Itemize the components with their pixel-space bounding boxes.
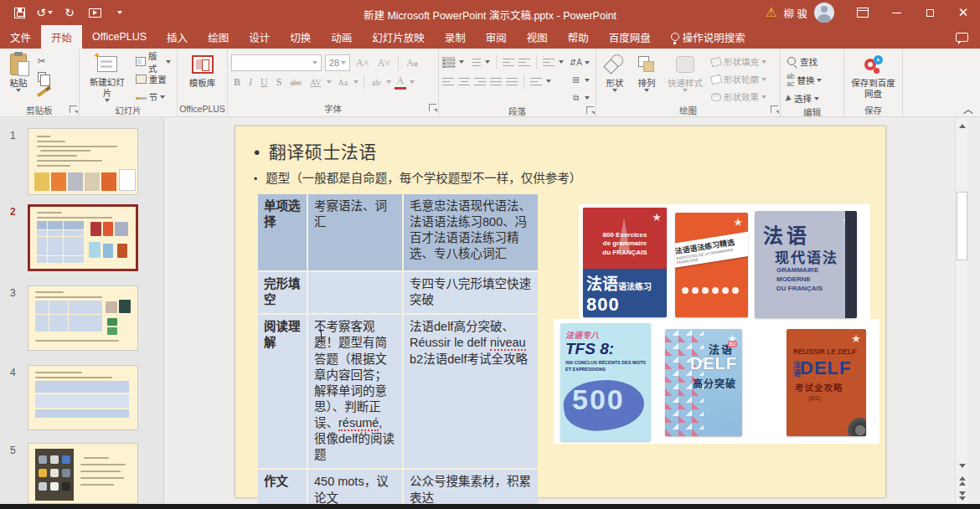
table-cell[interactable]: 450 mots，议论文 <box>308 470 402 509</box>
table-cell[interactable]: 考察语法、词汇 <box>308 194 402 270</box>
text-direction-button[interactable]: ⇵A <box>567 55 592 69</box>
next-slide-button[interactable] <box>957 490 967 502</box>
scroll-up-button[interactable] <box>957 120 967 132</box>
clear-formatting-icon[interactable]: A𝄪 <box>404 57 420 69</box>
convert-smartart-button[interactable]: ⧉ <box>567 90 592 105</box>
slide-thumbnail-3[interactable]: 3 <box>28 285 138 351</box>
tab-file[interactable]: 文件 <box>0 25 41 49</box>
font-name-combo[interactable] <box>231 54 322 71</box>
table-cell[interactable]: 完形填空 <box>258 272 307 313</box>
line-spacing-icon[interactable] <box>543 57 554 68</box>
save-to-baidu-netdisk-button[interactable]: 保存到百度网盘 <box>846 52 901 104</box>
previous-slide-button[interactable] <box>957 475 967 487</box>
restore-button[interactable] <box>913 0 946 25</box>
cut-icon[interactable]: ✂ <box>35 54 48 67</box>
book-cover-grammaire-moderne[interactable]: ★ 法语 现代语法 GRAMMAIREMODERNEDU FRANÇAIS <box>755 211 857 318</box>
numbering-button[interactable] <box>468 57 481 68</box>
quick-styles-button[interactable]: 快速样式 <box>663 52 707 104</box>
dialog-launcher-icon[interactable] <box>70 105 77 113</box>
slide-subtitle[interactable]: •题型（一般都是自命题，每个学校题型不一样，仅供参考） <box>254 168 581 186</box>
tab-officeplus[interactable]: OfficePLUS <box>82 25 157 49</box>
book-cover-jingxuan[interactable]: ★ 法语语法练习精选 EXERCICES DE LA GRAMMAIRE FRA… <box>675 213 748 317</box>
tab-animations[interactable]: 动画 <box>321 25 362 49</box>
redo-icon[interactable]: ↻ <box>62 5 77 20</box>
tab-draw[interactable]: 绘图 <box>198 25 239 49</box>
tab-help[interactable]: 帮助 <box>558 25 599 49</box>
tell-me-search[interactable]: 操作说明搜索 <box>661 25 756 49</box>
decrease-indent-icon[interactable] <box>503 57 514 68</box>
shape-outline-button[interactable]: 形状轮廓 <box>709 72 769 86</box>
distribute-button[interactable] <box>506 76 518 87</box>
close-button[interactable]: ✕ <box>946 0 980 25</box>
arrange-button[interactable]: 排列 <box>632 52 662 104</box>
start-slideshow-icon[interactable] <box>87 5 102 20</box>
comments-icon[interactable] <box>956 33 968 42</box>
justify-button[interactable] <box>490 76 502 87</box>
table-cell[interactable]: 专四专八完形填空快速突破 <box>404 272 538 313</box>
character-spacing-button[interactable]: AV <box>307 78 323 87</box>
table-cell[interactable]: 法语delf高分突破、Réussir le delf niveau b2法语de… <box>404 315 538 468</box>
layout-button[interactable]: 版式 <box>133 54 173 69</box>
grow-font-icon[interactable]: A˄ <box>353 57 371 69</box>
shapes-button[interactable]: 形状 <box>600 52 630 104</box>
highlight-button[interactable]: ab̷ <box>369 78 382 87</box>
tab-slideshow[interactable]: 幻灯片放映 <box>362 25 435 49</box>
tab-review[interactable]: 审阅 <box>476 25 517 49</box>
increase-indent-icon[interactable] <box>518 57 530 68</box>
shape-effects-button[interactable]: 形状效果 <box>709 90 769 104</box>
table-cell[interactable]: 毛意忠法语现代语法、法语语法练习800、冯百才法语语法练习精选、专八核心词汇 <box>404 194 538 270</box>
replace-button[interactable]: abac替换 <box>784 73 824 87</box>
underline-button[interactable]: U <box>258 76 271 89</box>
align-left-button[interactable] <box>442 76 454 87</box>
format-painter-icon[interactable] <box>35 86 48 99</box>
book-cover-tfs8-500[interactable]: 法语专八 TFS 8: 500 CONCLUS RÉCENTS DES MOTS… <box>560 323 651 441</box>
tab-home[interactable]: 开始 <box>41 25 82 49</box>
select-button[interactable]: 选择 <box>784 91 824 105</box>
tab-view[interactable]: 视图 <box>517 25 558 49</box>
slide-thumbnail-5[interactable]: 5 <box>28 443 138 504</box>
tab-baidu-netdisk[interactable]: 百度网盘 <box>599 25 661 49</box>
italic-button[interactable]: I <box>246 76 255 89</box>
minimize-button[interactable] <box>879 0 913 25</box>
align-text-button[interactable]: ⊞ <box>567 73 592 87</box>
scroll-down-button[interactable] <box>957 460 967 472</box>
avatar[interactable] <box>814 3 834 23</box>
slide-thumbnail-1[interactable]: 1 <box>28 128 138 195</box>
undo-icon[interactable]: ↺ <box>37 5 52 20</box>
tab-design[interactable]: 设计 <box>239 25 280 49</box>
ribbon-display-options-button[interactable] <box>846 0 879 25</box>
slide-thumbnail-4[interactable]: 4 <box>28 365 138 430</box>
bold-button[interactable]: B <box>231 76 243 89</box>
slide-title[interactable]: •翻译硕士法语 <box>254 138 377 163</box>
reset-button[interactable]: 重置 <box>133 72 173 86</box>
vertical-scrollbar[interactable] <box>955 118 967 504</box>
book-cover-delf-gaofen[interactable]: ★ 法语 B2 DELF 高分突破 <box>665 329 742 436</box>
table-cell[interactable]: 作文 <box>258 470 307 509</box>
font-size-combo[interactable]: 28 <box>325 54 350 71</box>
collapse-ribbon-icon[interactable] <box>963 108 972 113</box>
save-icon[interactable] <box>12 5 27 20</box>
dialog-launcher-icon[interactable] <box>429 104 436 111</box>
slide-thumbnail-2[interactable]: 2 <box>28 204 138 271</box>
align-center-button[interactable] <box>458 76 470 87</box>
dialog-launcher-icon[interactable] <box>771 105 778 113</box>
account-user-name[interactable]: 柳 骏 <box>784 5 807 21</box>
section-button[interactable]: 节 <box>133 90 173 104</box>
customize-qat-icon[interactable] <box>112 5 127 20</box>
new-slide-button[interactable]: 新建幻灯片 <box>83 52 132 104</box>
scrollbar-thumb[interactable] <box>957 192 967 260</box>
table-cell[interactable]: 公众号搜集素材，积累表达 <box>404 470 538 509</box>
tab-insert[interactable]: 插入 <box>157 25 198 49</box>
table-cell[interactable]: 单项选择 <box>258 194 307 270</box>
change-case-button[interactable]: Aa <box>335 78 350 87</box>
warning-icon[interactable]: ⚠ <box>766 5 776 20</box>
shape-fill-button[interactable]: 形状填充 <box>709 54 769 69</box>
book-cover-grammaire-800[interactable]: ★ 800 Exercicesde grammairedu FRANÇAIS 法… <box>583 208 667 317</box>
shadow-button[interactable]: S <box>274 76 285 89</box>
align-right-button[interactable] <box>474 76 486 87</box>
font-color-button[interactable]: A <box>395 75 407 90</box>
tab-transitions[interactable]: 切换 <box>280 25 321 49</box>
slide-table[interactable]: 单项选择考察语法、词汇毛意忠法语现代语法、法语语法练习800、冯百才法语语法练习… <box>258 194 538 509</box>
book-cover-reussir-delf[interactable]: ★ RÉUSSIR LE DELF 法语 DELF 考试全攻略 (B2) <box>787 329 866 436</box>
columns-icon[interactable] <box>530 76 542 87</box>
